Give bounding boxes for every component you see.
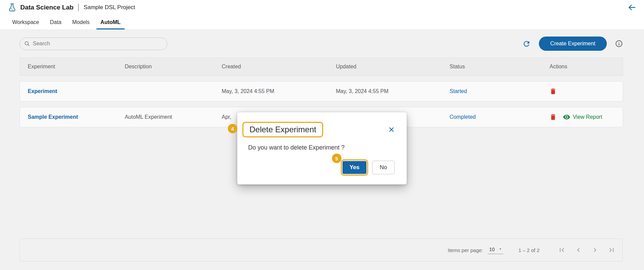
page-size-value: 10	[489, 246, 495, 252]
app-header: Data Science Lab Sample DSL Project	[0, 0, 644, 15]
delete-experiment-icon[interactable]	[549, 113, 557, 121]
info-icon[interactable]	[615, 40, 623, 48]
last-page-icon[interactable]	[607, 246, 616, 254]
experiment-created: May, 3, 2024 4:55 PM	[222, 88, 336, 94]
eye-icon	[563, 113, 570, 121]
delete-experiment-icon[interactable]	[549, 88, 557, 95]
dialog-title: Delete Experiment	[249, 125, 316, 134]
annotation-badge-4: 4	[228, 124, 237, 133]
chevron-down-icon	[498, 247, 503, 251]
annotation-badge-5: 5	[332, 154, 341, 163]
yes-button[interactable]: Yes	[342, 161, 366, 174]
tab-models[interactable]: Models	[67, 15, 95, 29]
no-button[interactable]: No	[372, 161, 395, 174]
dialog-title-highlight: Delete Experiment	[242, 122, 323, 137]
view-report-label: View Report	[573, 114, 602, 120]
page-size-select[interactable]: 10	[488, 246, 504, 254]
close-icon[interactable]	[388, 126, 395, 134]
refresh-icon[interactable]	[522, 40, 531, 48]
delete-experiment-dialog: Delete Experiment Do you want to delete …	[237, 112, 407, 184]
tab-data[interactable]: Data	[45, 15, 67, 29]
back-arrow-icon[interactable]	[627, 3, 637, 12]
col-header-status: Status	[450, 64, 550, 70]
next-page-icon[interactable]	[591, 246, 599, 254]
col-header-experiment: Experiment	[28, 64, 125, 70]
first-page-icon[interactable]	[558, 246, 566, 254]
create-experiment-button[interactable]: Create Experiment	[539, 37, 607, 51]
table-header-row: Experiment Description Created Updated S…	[20, 58, 623, 76]
view-report-link[interactable]: View Report	[563, 113, 602, 121]
search-input[interactable]	[33, 41, 163, 47]
app-title: Data Science Lab	[20, 4, 73, 11]
col-header-updated: Updated	[336, 64, 450, 70]
dialog-message: Do you want to delete Experiment ?	[248, 144, 395, 151]
toolbar: Create Experiment	[20, 37, 623, 51]
col-header-actions: Actions	[549, 64, 623, 70]
lab-flask-icon	[7, 3, 17, 12]
experiment-updated: May, 3, 2024 4:55 PM	[336, 88, 450, 94]
experiment-link[interactable]: Experiment	[28, 88, 125, 94]
items-per-page-label: Items per page:	[448, 247, 483, 253]
tab-workspace[interactable]: Workspace	[7, 15, 45, 29]
table-row: Experiment May, 3, 2024 4:55 PM May, 3, …	[20, 81, 623, 102]
search-icon	[24, 41, 30, 47]
previous-page-icon[interactable]	[574, 246, 582, 254]
experiment-link[interactable]: Sample Experiment	[28, 114, 125, 120]
tab-automl[interactable]: AutoML	[95, 15, 126, 29]
col-header-created: Created	[222, 64, 336, 70]
header-divider	[78, 4, 79, 11]
tab-bar: Workspace Data Models AutoML	[0, 15, 644, 30]
project-name: Sample DSL Project	[84, 4, 135, 11]
experiment-status: Started	[450, 88, 550, 94]
search-box[interactable]	[20, 38, 167, 50]
yes-button-highlight: Yes	[341, 159, 368, 176]
experiment-description: AutoML Experiment	[125, 114, 222, 120]
col-header-description: Description	[125, 64, 222, 70]
page-range-label: 1 – 2 of 2	[518, 247, 540, 253]
experiment-status: Completed	[450, 114, 550, 120]
pagination-bar: Items per page: 10 1 – 2 of 2	[20, 239, 623, 262]
